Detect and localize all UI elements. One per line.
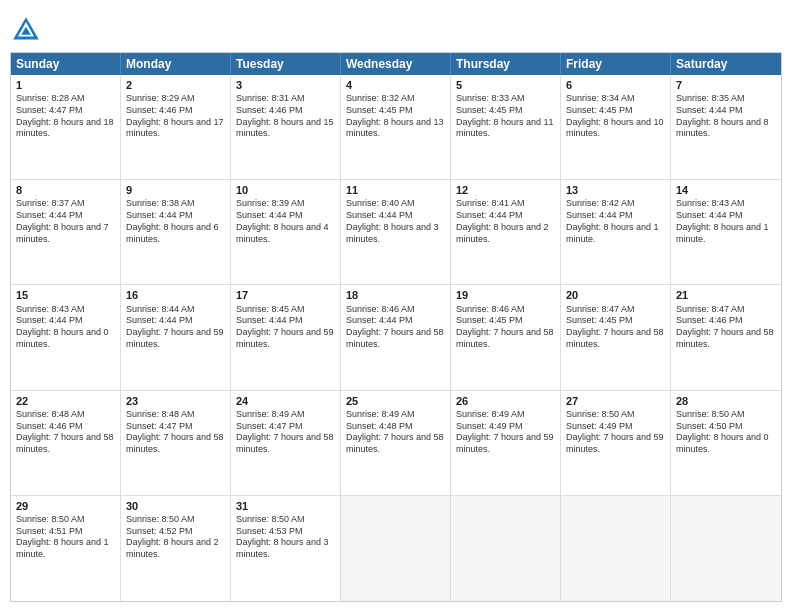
day-number: 30 <box>126 499 225 513</box>
day-number: 19 <box>456 288 555 302</box>
sunset: Sunset: 4:49 PM <box>566 421 633 431</box>
cal-cell: 10Sunrise: 8:39 AMSunset: 4:44 PMDayligh… <box>231 180 341 284</box>
sunrise: Sunrise: 8:40 AM <box>346 198 415 208</box>
daylight: Daylight: 8 hours and 3 minutes. <box>346 222 439 244</box>
daylight: Daylight: 8 hours and 13 minutes. <box>346 117 444 139</box>
sunrise: Sunrise: 8:43 AM <box>16 304 85 314</box>
daylight: Daylight: 8 hours and 15 minutes. <box>236 117 334 139</box>
cal-row-5: 29Sunrise: 8:50 AMSunset: 4:51 PMDayligh… <box>11 496 781 601</box>
cal-row-2: 8Sunrise: 8:37 AMSunset: 4:44 PMDaylight… <box>11 180 781 285</box>
day-number: 14 <box>676 183 776 197</box>
sunset: Sunset: 4:47 PM <box>16 105 83 115</box>
cal-cell: 29Sunrise: 8:50 AMSunset: 4:51 PMDayligh… <box>11 496 121 601</box>
daylight: Daylight: 8 hours and 7 minutes. <box>16 222 109 244</box>
daylight: Daylight: 8 hours and 10 minutes. <box>566 117 664 139</box>
sunset: Sunset: 4:45 PM <box>456 105 523 115</box>
sunset: Sunset: 4:44 PM <box>346 315 413 325</box>
cal-cell: 31Sunrise: 8:50 AMSunset: 4:53 PMDayligh… <box>231 496 341 601</box>
sunrise: Sunrise: 8:42 AM <box>566 198 635 208</box>
day-number: 27 <box>566 394 665 408</box>
day-number: 1 <box>16 78 115 92</box>
cal-cell: 17Sunrise: 8:45 AMSunset: 4:44 PMDayligh… <box>231 285 341 389</box>
cal-cell: 27Sunrise: 8:50 AMSunset: 4:49 PMDayligh… <box>561 391 671 495</box>
cal-cell: 7Sunrise: 8:35 AMSunset: 4:44 PMDaylight… <box>671 75 781 179</box>
day-number: 31 <box>236 499 335 513</box>
cal-cell <box>451 496 561 601</box>
day-number: 21 <box>676 288 776 302</box>
sunrise: Sunrise: 8:46 AM <box>346 304 415 314</box>
sunset: Sunset: 4:52 PM <box>126 526 193 536</box>
sunrise: Sunrise: 8:49 AM <box>236 409 305 419</box>
cal-cell: 26Sunrise: 8:49 AMSunset: 4:49 PMDayligh… <box>451 391 561 495</box>
cal-cell <box>341 496 451 601</box>
sunset: Sunset: 4:44 PM <box>566 210 633 220</box>
day-number: 24 <box>236 394 335 408</box>
daylight: Daylight: 7 hours and 58 minutes. <box>566 327 664 349</box>
daylight: Daylight: 8 hours and 8 minutes. <box>676 117 769 139</box>
daylight: Daylight: 7 hours and 58 minutes. <box>126 432 224 454</box>
daylight: Daylight: 7 hours and 58 minutes. <box>456 327 554 349</box>
sunrise: Sunrise: 8:32 AM <box>346 93 415 103</box>
day-number: 18 <box>346 288 445 302</box>
sunrise: Sunrise: 8:31 AM <box>236 93 305 103</box>
sunrise: Sunrise: 8:46 AM <box>456 304 525 314</box>
sunset: Sunset: 4:44 PM <box>16 210 83 220</box>
day-number: 6 <box>566 78 665 92</box>
day-number: 20 <box>566 288 665 302</box>
day-number: 3 <box>236 78 335 92</box>
daylight: Daylight: 7 hours and 58 minutes. <box>236 432 334 454</box>
day-number: 7 <box>676 78 776 92</box>
cal-cell: 8Sunrise: 8:37 AMSunset: 4:44 PMDaylight… <box>11 180 121 284</box>
daylight: Daylight: 8 hours and 0 minutes. <box>676 432 769 454</box>
sunrise: Sunrise: 8:50 AM <box>16 514 85 524</box>
sunrise: Sunrise: 8:43 AM <box>676 198 745 208</box>
sunset: Sunset: 4:51 PM <box>16 526 83 536</box>
daylight: Daylight: 8 hours and 0 minutes. <box>16 327 109 349</box>
sunset: Sunset: 4:47 PM <box>126 421 193 431</box>
header-day-friday: Friday <box>561 53 671 75</box>
daylight: Daylight: 7 hours and 59 minutes. <box>456 432 554 454</box>
day-number: 8 <box>16 183 115 197</box>
day-number: 26 <box>456 394 555 408</box>
logo <box>10 14 46 46</box>
sunrise: Sunrise: 8:29 AM <box>126 93 195 103</box>
cal-cell: 30Sunrise: 8:50 AMSunset: 4:52 PMDayligh… <box>121 496 231 601</box>
day-number: 15 <box>16 288 115 302</box>
sunset: Sunset: 4:44 PM <box>676 210 743 220</box>
sunset: Sunset: 4:45 PM <box>456 315 523 325</box>
cal-cell: 6Sunrise: 8:34 AMSunset: 4:45 PMDaylight… <box>561 75 671 179</box>
sunrise: Sunrise: 8:38 AM <box>126 198 195 208</box>
sunset: Sunset: 4:44 PM <box>16 315 83 325</box>
cal-cell: 28Sunrise: 8:50 AMSunset: 4:50 PMDayligh… <box>671 391 781 495</box>
header-day-saturday: Saturday <box>671 53 781 75</box>
day-number: 22 <box>16 394 115 408</box>
daylight: Daylight: 8 hours and 2 minutes. <box>456 222 549 244</box>
calendar-body: 1Sunrise: 8:28 AMSunset: 4:47 PMDaylight… <box>11 75 781 601</box>
cal-row-3: 15Sunrise: 8:43 AMSunset: 4:44 PMDayligh… <box>11 285 781 390</box>
daylight: Daylight: 8 hours and 11 minutes. <box>456 117 554 139</box>
cal-cell: 12Sunrise: 8:41 AMSunset: 4:44 PMDayligh… <box>451 180 561 284</box>
daylight: Daylight: 7 hours and 59 minutes. <box>236 327 334 349</box>
sunrise: Sunrise: 8:39 AM <box>236 198 305 208</box>
sunset: Sunset: 4:44 PM <box>236 315 303 325</box>
sunset: Sunset: 4:44 PM <box>676 105 743 115</box>
sunrise: Sunrise: 8:50 AM <box>676 409 745 419</box>
daylight: Daylight: 7 hours and 59 minutes. <box>126 327 224 349</box>
cal-cell: 1Sunrise: 8:28 AMSunset: 4:47 PMDaylight… <box>11 75 121 179</box>
sunset: Sunset: 4:53 PM <box>236 526 303 536</box>
cal-cell: 15Sunrise: 8:43 AMSunset: 4:44 PMDayligh… <box>11 285 121 389</box>
sunset: Sunset: 4:49 PM <box>456 421 523 431</box>
daylight: Daylight: 8 hours and 4 minutes. <box>236 222 329 244</box>
day-number: 13 <box>566 183 665 197</box>
sunset: Sunset: 4:44 PM <box>126 315 193 325</box>
sunset: Sunset: 4:50 PM <box>676 421 743 431</box>
day-number: 28 <box>676 394 776 408</box>
cal-cell: 23Sunrise: 8:48 AMSunset: 4:47 PMDayligh… <box>121 391 231 495</box>
sunset: Sunset: 4:48 PM <box>346 421 413 431</box>
sunrise: Sunrise: 8:37 AM <box>16 198 85 208</box>
daylight: Daylight: 8 hours and 1 minute. <box>676 222 769 244</box>
page: SundayMondayTuesdayWednesdayThursdayFrid… <box>0 0 792 612</box>
sunset: Sunset: 4:46 PM <box>16 421 83 431</box>
sunset: Sunset: 4:46 PM <box>126 105 193 115</box>
cal-cell: 3Sunrise: 8:31 AMSunset: 4:46 PMDaylight… <box>231 75 341 179</box>
